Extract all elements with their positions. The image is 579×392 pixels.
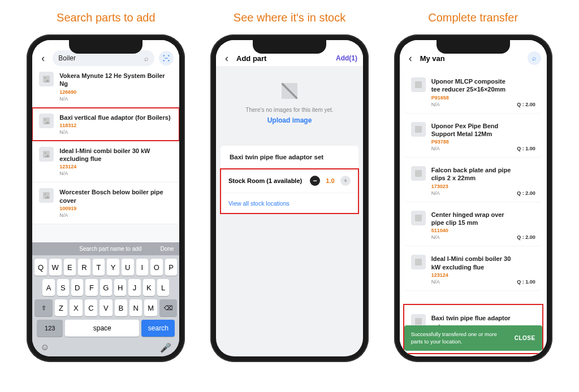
key-shift[interactable]: ⇧ [34,299,52,316]
emoji-icon[interactable]: ☺ [40,342,49,353]
key-z[interactable]: Z [55,299,67,316]
key-search[interactable]: search [141,320,175,337]
placeholder-image-icon [411,77,426,92]
search-icon[interactable]: ⌕ [144,54,149,63]
topbar-1: ‹ Boiler ⌕ [32,40,179,66]
col-stock: See where it's in stock ‹ Add part Add(1… [206,11,373,362]
list-item[interactable]: Falcon back plate and pipe clips 2 x 22m… [404,160,542,202]
col-transfer: Complete transfer ‹ My van ⌕ Uponor MLCP… [390,11,556,362]
key-e[interactable]: E [64,259,76,276]
key-v[interactable]: V [100,299,112,316]
key-g[interactable]: G [100,279,112,296]
key-m[interactable]: M [144,299,157,316]
item-qty: Q : 2.00 [517,234,535,240]
item-na: N/A [431,102,511,107]
placeholder-image-icon [411,255,426,269]
col-search: Search parts to add ‹ Boiler ⌕ [23,11,189,362]
item-sku: 173023 [431,184,511,189]
success-toast: Successfully transfered one or more part… [404,325,542,351]
phone-frame-1: ‹ Boiler ⌕ Vokera Mynute 12 He System Bo… [27,34,185,362]
key-backspace[interactable]: ⌫ [159,299,177,316]
screen-1: ‹ Boiler ⌕ Vokera Mynute 12 He System Bo… [32,40,179,356]
van-items-list[interactable]: Uponor MLCP composite tee reducer 25×16×… [400,66,547,356]
key-n[interactable]: N [129,299,142,316]
part-name: Baxi twin pipe flue adaptor set [221,146,358,168]
key-i[interactable]: I [136,259,149,276]
plus-icon[interactable]: + [340,176,351,186]
key-r[interactable]: R [78,259,90,276]
item-na: N/A [59,171,172,176]
item-qty: Q : 2.00 [517,190,535,196]
stock-label: Stock Room (1 available) [228,177,305,184]
quantity-stepper[interactable]: − 1.0 + [310,176,351,186]
placeholder-image-icon [411,166,426,181]
item-sku: 511040 [431,228,511,233]
no-image-icon [282,83,297,99]
key-a[interactable]: A [42,279,54,296]
key-123[interactable]: 123 [37,320,63,337]
key-o[interactable]: O [150,259,163,276]
search-input[interactable]: Boiler ⌕ [53,50,154,66]
back-icon[interactable]: ‹ [38,53,48,63]
list-item[interactable]: Vokera Mynute 12 He System Boiler Ng 126… [32,66,179,108]
key-s[interactable]: S [57,279,69,296]
key-space[interactable]: space [65,320,139,337]
svg-rect-10 [415,170,422,177]
key-d[interactable]: D [71,279,83,296]
key-l[interactable]: L [157,279,169,296]
mic-icon[interactable]: 🎤 [160,342,171,353]
stock-location-row[interactable]: Stock Room (1 available) − 1.0 + [221,169,358,193]
list-item[interactable]: Uponor MLCP composite tee reducer 25×16×… [404,72,542,113]
list-item[interactable]: Ideal I-Mini combi boiler 30 kW excludin… [32,141,179,183]
back-icon[interactable]: ‹ [222,53,232,63]
item-na: N/A [431,146,511,151]
key-q[interactable]: Q [34,259,47,276]
back-icon[interactable]: ‹ [405,53,416,63]
list-item[interactable]: Ideal I-Mini combi boiler 30 kW excludin… [404,249,542,290]
minus-icon[interactable]: − [310,176,320,186]
key-b[interactable]: B [115,299,127,316]
screen-2: ‹ Add part Add(1) There's no images for … [216,40,363,356]
caption-1: Search parts to add [57,11,155,24]
key-u[interactable]: U [122,259,134,276]
svg-point-3 [45,119,46,120]
key-p[interactable]: P [165,259,178,276]
list-item[interactable]: Worcester Bosch below boiler pipe cover … [32,182,179,224]
key-f[interactable]: F [85,279,97,296]
svg-point-7 [45,194,46,195]
barcode-icon[interactable] [159,51,174,66]
search-icon[interactable]: ⌕ [528,51,541,65]
caption-2: See where it's in stock [234,11,345,24]
svg-rect-13 [415,318,422,325]
item-sku: 123124 [431,272,511,278]
placeholder-image-icon [39,188,54,203]
results-list[interactable]: Vokera Mynute 12 He System Boiler Ng 126… [32,66,179,242]
list-item[interactable]: Center hinged wrap over pipe clip 15 mm5… [404,205,542,246]
upload-image-link[interactable]: Upload image [227,116,352,124]
svg-rect-8 [415,81,422,88]
view-all-stock-link[interactable]: View all stock locations [228,200,351,207]
placeholder-image-icon [411,122,426,137]
list-item[interactable]: Uponor Pex Pipe Bend Support Metal 12MmP… [404,116,542,158]
keyboard-done[interactable]: Done [160,246,174,252]
svg-rect-11 [415,215,422,221]
svg-rect-12 [415,259,422,265]
key-y[interactable]: Y [107,259,119,276]
key-h[interactable]: H [114,279,126,296]
key-w[interactable]: W [49,259,62,276]
key-t[interactable]: T [93,259,105,276]
no-image-text: There's no images for this item yet. [227,107,352,113]
item-na: N/A [431,234,511,240]
list-item-highlighted[interactable]: Baxi vertical flue adaptor (for Boilers)… [32,108,179,141]
keyboard[interactable]: Search part name to add Done Q W E R T Y… [32,242,179,356]
item-sku: P91658 [431,95,511,101]
add-button[interactable]: Add(1) [336,54,357,62]
key-x[interactable]: X [70,299,82,316]
key-k[interactable]: K [143,279,155,296]
key-c[interactable]: C [85,299,97,316]
toast-close-button[interactable]: CLOSE [515,335,535,341]
caption-3: Complete transfer [428,11,518,24]
search-value: Boiler [58,54,76,62]
key-j[interactable]: J [128,279,140,296]
svg-point-1 [45,77,46,79]
